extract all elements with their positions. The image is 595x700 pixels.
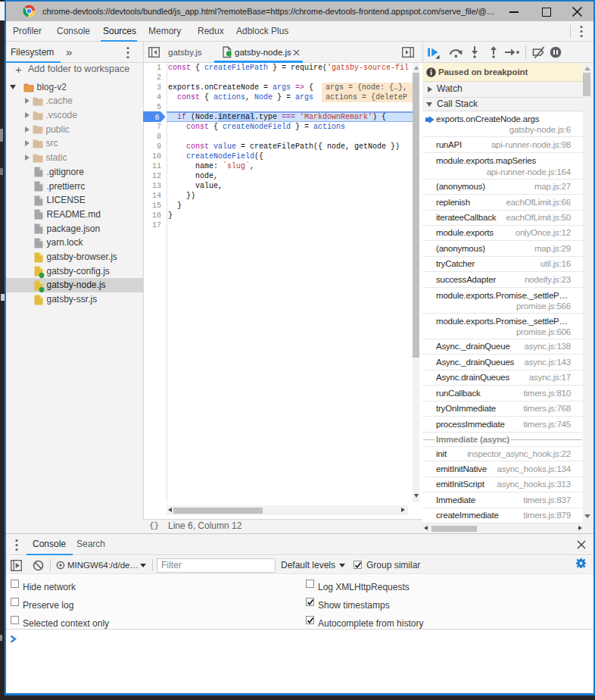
svg-text:6: 6 [155, 114, 160, 122]
